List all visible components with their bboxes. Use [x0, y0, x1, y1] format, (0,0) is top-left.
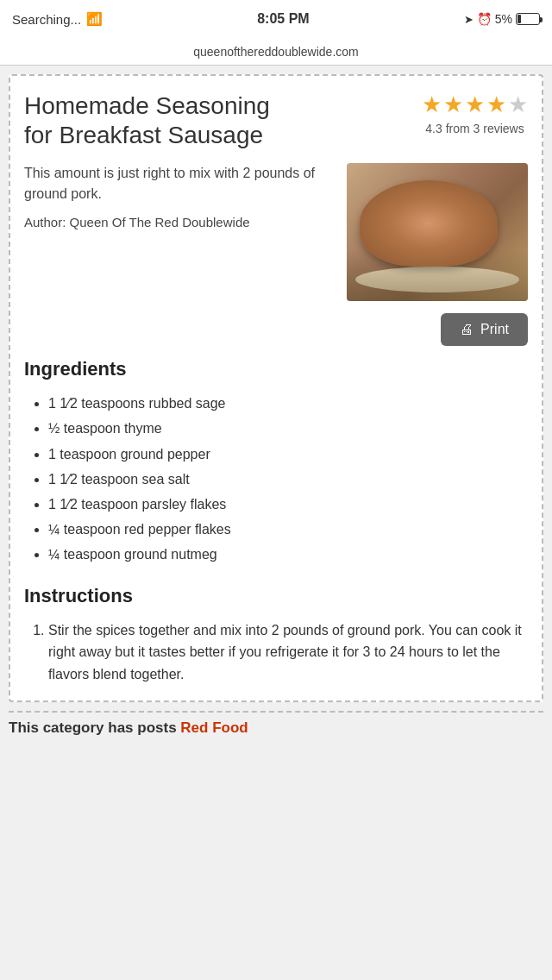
author-text: Author: Queen Of The Red Doublewide [24, 213, 336, 233]
address-bar[interactable]: queenofthereddoublewide.com [0, 38, 552, 66]
plate-decoration [355, 267, 519, 292]
star-rating: ★ ★ ★ ★ ★ [422, 91, 528, 118]
url-display: queenofthereddoublewide.com [193, 45, 358, 59]
ingredients-heading: Ingredients [24, 358, 528, 380]
list-item: Stir the spices together and mix into 2 … [48, 618, 528, 688]
list-item: ¼ teaspoon ground nutmeg [48, 542, 528, 567]
author-label: Author: [24, 215, 66, 229]
rating-text: 4.3 from 3 reviews [425, 122, 524, 135]
battery-indicator [516, 13, 540, 25]
rating-block: ★ ★ ★ ★ ★ 4.3 from 3 reviews [422, 91, 528, 135]
status-left: Searching... 📶 [12, 11, 103, 27]
time-display: 8:05 PM [257, 11, 309, 27]
wifi-icon: 📶 [86, 11, 103, 27]
list-item: ½ teaspoon thyme [48, 416, 528, 441]
star-5: ★ [508, 91, 528, 118]
recipe-card: Homemade Seasoning for Breakfast Sausage… [9, 74, 543, 702]
printer-icon: 🖨 [460, 322, 474, 337]
teaser-link[interactable]: Red Food [180, 719, 248, 736]
list-item: 1 1⁄2 teaspoons rubbed sage [48, 391, 528, 416]
description-block: This amount is just right to mix with 2 … [24, 163, 336, 301]
status-bar: Searching... 📶 8:05 PM ➤ ⏰ 5% [0, 0, 552, 38]
recipe-description: This amount is just right to mix with 2 … [24, 163, 336, 204]
desc-image-row: This amount is just right to mix with 2 … [24, 163, 528, 301]
star-2: ★ [443, 91, 463, 118]
print-button-row: 🖨 Print [24, 313, 528, 346]
recipe-image [347, 163, 528, 301]
recipe-title: Homemade Seasoning for Breakfast Sausage [24, 91, 283, 149]
title-rating-row: Homemade Seasoning for Breakfast Sausage… [24, 91, 528, 149]
ingredients-list: 1 1⁄2 teaspoons rubbed sage ½ teaspoon t… [24, 391, 528, 567]
star-3: ★ [465, 91, 485, 118]
star-1: ★ [422, 91, 442, 118]
print-label: Print [480, 322, 509, 337]
instructions-list: Stir the spices together and mix into 2 … [24, 618, 528, 688]
arrow-icon: ➤ [464, 13, 474, 26]
list-item: 1 teaspoon ground pepper [48, 442, 528, 467]
print-button[interactable]: 🖨 Print [441, 313, 528, 346]
author-name: Queen Of The Red Doublewide [70, 215, 250, 229]
star-4: ★ [486, 91, 506, 118]
status-right: ➤ ⏰ 5% [464, 12, 540, 26]
instructions-heading: Instructions [24, 585, 528, 607]
alarm-icon: ⏰ [477, 12, 492, 26]
teaser-text: This category has posts [9, 719, 180, 736]
list-item: ¼ teaspoon red pepper flakes [48, 517, 528, 542]
battery-percent: 5% [495, 12, 512, 26]
searching-label: Searching... [12, 12, 81, 27]
list-item: 1 1⁄2 teaspoon parsley flakes [48, 492, 528, 517]
list-item: 1 1⁄2 teaspoon sea salt [48, 467, 528, 492]
bottom-teaser: This category has posts Red Food [9, 711, 543, 737]
